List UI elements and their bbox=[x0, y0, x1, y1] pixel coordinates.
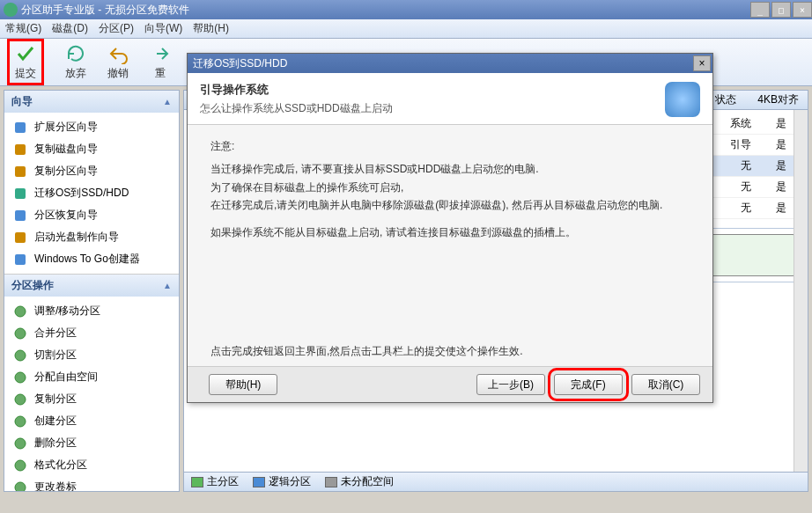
cell-align: 是 bbox=[776, 180, 786, 194]
wizard-item-label: 启动光盘制作向导 bbox=[34, 230, 119, 245]
titlebar: 分区助手专业版 - 无损分区免费软件 _ □ × bbox=[0, 0, 812, 19]
cell-status: 引导 bbox=[730, 137, 751, 152]
sidebar: 向导 ▲ 扩展分区向导复制磁盘向导复制分区向导迁移OS到SSD/HDD分区恢复向… bbox=[4, 90, 180, 492]
legend-label: 逻辑分区 bbox=[269, 474, 311, 489]
ops-item-label: 合并分区 bbox=[34, 326, 77, 341]
legend-label: 未分配空间 bbox=[341, 474, 394, 489]
svg-rect-6 bbox=[15, 254, 26, 265]
legend-item: 逻辑分区 bbox=[253, 474, 311, 489]
wizard-item[interactable]: 扩展分区向导 bbox=[4, 116, 179, 138]
maximize-button[interactable]: □ bbox=[771, 2, 791, 18]
ops-item-label: 切割分区 bbox=[34, 348, 77, 363]
ops-item-icon bbox=[13, 304, 27, 319]
dialog-title: 迁移OS到SSD/HDD bbox=[193, 56, 287, 71]
cancel-button[interactable]: 取消(C) bbox=[631, 374, 700, 395]
dialog-titlebar: 迁移OS到SSD/HDD × bbox=[188, 54, 712, 73]
ops-item[interactable]: 创建分区 bbox=[4, 410, 179, 432]
legend-swatch bbox=[253, 477, 265, 487]
svg-point-12 bbox=[15, 416, 26, 427]
ops-item-label: 分配自由空间 bbox=[34, 370, 98, 385]
note-line4: 如果操作系统不能从目标磁盘上启动, 请试着连接目标磁盘到源磁盘的插槽上。 bbox=[210, 224, 690, 241]
menu-general[interactable]: 常规(G) bbox=[5, 21, 41, 36]
ops-item[interactable]: 合并分区 bbox=[4, 322, 179, 344]
note-title: 注意: bbox=[210, 137, 690, 155]
svg-point-11 bbox=[15, 394, 26, 405]
ops-item-label: 格式化分区 bbox=[34, 458, 87, 473]
redo-button[interactable]: 重 bbox=[150, 43, 171, 81]
close-button[interactable]: × bbox=[793, 2, 812, 18]
ops-item-icon bbox=[13, 392, 27, 407]
legend-label: 主分区 bbox=[207, 474, 239, 489]
ops-item[interactable]: 删除分区 bbox=[4, 432, 179, 454]
dialog-heading: 引导操作系统 bbox=[200, 82, 665, 98]
svg-point-8 bbox=[15, 328, 26, 339]
undo-button[interactable]: 撤销 bbox=[107, 43, 129, 81]
cell-align: 是 bbox=[776, 137, 786, 152]
wizard-item-label: 分区恢复向导 bbox=[34, 208, 98, 223]
wizard-item-label: 复制分区向导 bbox=[34, 164, 98, 179]
prev-button[interactable]: 上一步(B) bbox=[476, 374, 545, 395]
dialog-close-button[interactable]: × bbox=[693, 55, 711, 71]
help-button[interactable]: 帮助(H) bbox=[209, 374, 277, 395]
wizard-item[interactable]: 复制磁盘向导 bbox=[4, 138, 179, 160]
wizard-item[interactable]: 迁移OS到SSD/HDD bbox=[4, 182, 179, 204]
note-line3: 在迁移完成后,请关闭电脑并从电脑中移除源磁盘(即拔掉源磁盘), 然后再从目标磁盘… bbox=[210, 196, 690, 214]
wizard-title: 向导 bbox=[11, 94, 33, 109]
ops-item-icon bbox=[13, 326, 27, 341]
menu-disk[interactable]: 磁盘(D) bbox=[52, 21, 88, 36]
legend-item: 未分配空间 bbox=[325, 474, 394, 489]
wizard-item[interactable]: 分区恢复向导 bbox=[4, 204, 179, 226]
svg-point-9 bbox=[15, 350, 26, 361]
dialog-header-icon bbox=[665, 82, 700, 117]
ops-item-icon bbox=[13, 458, 27, 473]
cell-status: 系统 bbox=[730, 116, 751, 131]
ops-panel-header[interactable]: 分区操作 ▲ bbox=[4, 275, 179, 297]
svg-rect-0 bbox=[15, 122, 26, 133]
app-icon bbox=[4, 3, 18, 17]
dialog-subheading: 怎么让操作系统从SSD或HDD磁盘上启动 bbox=[200, 101, 665, 116]
svg-point-14 bbox=[15, 460, 26, 471]
ops-item[interactable]: 复制分区 bbox=[4, 388, 179, 410]
svg-rect-5 bbox=[15, 232, 26, 243]
wizard-item[interactable]: 启动光盘制作向导 bbox=[4, 226, 179, 248]
discard-button[interactable]: 放弃 bbox=[65, 43, 86, 81]
svg-rect-4 bbox=[15, 210, 26, 221]
wizard-item-icon bbox=[13, 143, 27, 157]
cell-align: 是 bbox=[776, 201, 786, 216]
ops-item[interactable]: 切割分区 bbox=[4, 344, 179, 366]
wizard-item-label: Windows To Go创建器 bbox=[34, 252, 140, 267]
chevron-up-icon: ▲ bbox=[163, 281, 172, 290]
wizard-item-icon bbox=[13, 253, 27, 267]
ops-item-label: 调整/移动分区 bbox=[34, 304, 100, 319]
scrollbar[interactable] bbox=[794, 110, 808, 472]
menu-partition[interactable]: 分区(P) bbox=[99, 21, 134, 36]
wizard-item-icon bbox=[13, 121, 27, 135]
cell-status: 无 bbox=[741, 158, 751, 173]
wizard-item[interactable]: Windows To Go创建器 bbox=[4, 248, 179, 270]
redo-icon bbox=[150, 43, 171, 64]
ops-item-icon bbox=[13, 480, 27, 493]
wizard-panel-header[interactable]: 向导 ▲ bbox=[4, 91, 179, 113]
submit-button[interactable]: 提交 bbox=[15, 43, 36, 81]
wizard-item[interactable]: 复制分区向导 bbox=[4, 160, 179, 182]
ops-item-label: 创建分区 bbox=[34, 414, 77, 429]
footer-note: 点击完成按钮返回主界面,然后点击工具栏上的提交使这个操作生效. bbox=[210, 344, 690, 359]
minimize-button[interactable]: _ bbox=[750, 2, 770, 18]
wizard-item-label: 扩展分区向导 bbox=[34, 120, 98, 135]
ops-item[interactable]: 分配自由空间 bbox=[4, 366, 179, 388]
redo-label: 重 bbox=[155, 66, 166, 81]
menu-wizard[interactable]: 向导(W) bbox=[144, 21, 182, 36]
svg-point-10 bbox=[15, 372, 26, 383]
menu-help[interactable]: 帮助(H) bbox=[193, 21, 229, 36]
cell-align: 是 bbox=[776, 116, 786, 131]
svg-point-7 bbox=[15, 306, 26, 317]
ops-item-label: 删除分区 bbox=[34, 436, 77, 451]
cell-align: 是 bbox=[776, 158, 786, 173]
ops-item[interactable]: 更改卷标 bbox=[4, 476, 179, 492]
finish-button[interactable]: 完成(F) bbox=[554, 374, 623, 395]
cell-status: 无 bbox=[741, 201, 751, 216]
ops-item[interactable]: 调整/移动分区 bbox=[4, 300, 179, 322]
legend-swatch bbox=[325, 477, 337, 487]
menubar: 常规(G) 磁盘(D) 分区(P) 向导(W) 帮助(H) bbox=[0, 19, 812, 39]
ops-item[interactable]: 格式化分区 bbox=[4, 454, 179, 476]
